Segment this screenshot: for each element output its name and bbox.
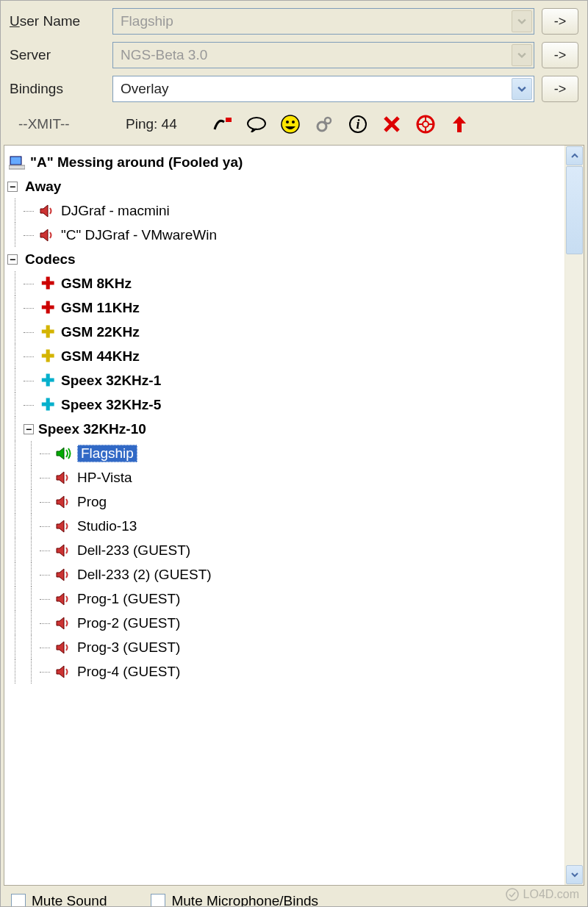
tree-scrollbar[interactable] [564,146,584,885]
plus-icon: ✚ [38,397,57,413]
user-node[interactable]: Prog-2 (GUEST) [7,611,562,635]
svg-point-3 [286,121,289,123]
user-label: HP-Vista [77,470,132,486]
emote-icon[interactable] [279,112,302,136]
channel-tree-panel: "A" Messing around (Fooled ya) − Away DJ… [4,145,584,886]
svg-rect-15 [10,157,21,165]
help-icon[interactable] [414,112,437,136]
user-label: Prog-4 (GUEST) [77,664,180,680]
info-icon[interactable]: i [346,112,370,136]
channel-label: GSM 22KHz [61,324,140,340]
collapse-icon[interactable]: − [24,424,34,434]
user-label: Dell-233 (GUEST) [77,542,190,559]
bindings-label: Bindings [10,81,105,97]
chevron-down-icon[interactable] [512,10,532,32]
user-label-selected: Flagship [77,445,137,462]
user-node[interactable]: Dell-233 (2) (GUEST) [7,562,562,587]
svg-point-17 [506,889,518,900]
channel-node[interactable]: ✚Speex 32KHz-5 [7,392,562,417]
svg-text:i: i [356,117,359,132]
plus-icon: ✚ [38,348,57,365]
speaker-icon [54,615,74,631]
chat-icon[interactable] [245,112,268,136]
collapse-icon[interactable]: − [7,254,18,265]
user-label: Studio-13 [77,518,137,534]
gear-icon[interactable] [312,112,336,136]
chevron-down-icon[interactable] [512,44,532,66]
channel-node[interactable]: ✚GSM 11KHz [7,295,562,320]
scroll-track[interactable] [565,166,584,864]
speaker-icon [54,639,74,656]
speaker-icon [38,227,57,243]
watermark: LO4D.com [506,888,579,901]
server-label: Server [10,47,105,63]
speaker-icon [54,518,74,534]
channel-tree[interactable]: "A" Messing around (Fooled ya) − Away DJ… [4,146,564,885]
channel-node-away[interactable]: − Away [7,174,562,198]
svg-point-6 [325,118,331,123]
server-root-node[interactable]: "A" Messing around (Fooled ya) [7,150,562,174]
user-node[interactable]: Prog-1 (GUEST) [7,587,562,611]
user-node[interactable]: Dell-233 (GUEST) [7,538,562,562]
user-label: Dell-233 (2) (GUEST) [77,567,212,583]
chevron-down-icon[interactable] [512,78,532,100]
bindings-combo[interactable]: Overlay [112,76,534,102]
server-value: NGS-Beta 3.0 [121,47,207,63]
user-node[interactable]: DJGraf - macmini [7,198,562,223]
channel-node[interactable]: ✚Speex 32KHz-1 [7,368,562,392]
up-arrow-icon[interactable] [448,112,471,136]
channel-node-active-codec[interactable]: − Speex 32KHz-10 [7,417,562,441]
user-node[interactable]: Prog-3 (GUEST) [7,635,562,659]
plus-icon: ✚ [38,276,57,292]
scroll-thumb[interactable] [566,166,583,254]
username-combo[interactable]: Flagship [112,8,534,35]
channel-node[interactable]: ✚GSM 22KHz [7,320,562,344]
speaker-icon [54,591,74,607]
channel-label: GSM 44KHz [61,348,140,365]
speaker-icon [54,470,74,486]
channel-node-codecs[interactable]: − Codecs [7,247,562,271]
user-label: Prog-1 (GUEST) [77,591,180,607]
speaker-icon [54,567,74,583]
close-icon[interactable] [380,112,404,136]
channel-label: Speex 32KHz-5 [61,397,161,413]
user-node[interactable]: Studio-13 [7,514,562,538]
server-combo[interactable]: NGS-Beta 3.0 [112,42,534,68]
user-node[interactable]: Prog [7,490,562,514]
username-go-button[interactable]: -> [542,8,578,35]
mute-mic-checkbox[interactable]: Mute Microphone/Binds [151,893,318,907]
bindings-go-button[interactable]: -> [542,76,578,102]
user-node[interactable]: HP-Vista [7,465,562,490]
svg-point-4 [292,121,295,123]
checkbox-icon[interactable] [11,894,26,907]
ping-value: Ping: 44 [126,116,177,132]
speaker-icon [54,542,74,559]
setup-icon[interactable] [211,112,234,136]
speaker-icon [38,203,57,219]
user-node-self[interactable]: Flagship [7,441,562,465]
channel-node[interactable]: ✚GSM 8KHz [7,271,562,295]
channel-label: GSM 11KHz [61,300,140,316]
channel-node[interactable]: ✚GSM 44KHz [7,344,562,368]
user-node[interactable]: Prog-4 (GUEST) [7,659,562,684]
scroll-up-button[interactable] [566,146,583,165]
mute-sound-checkbox[interactable]: Mute Sound [11,893,107,907]
user-label: "C" DJGraf - VMwareWin [61,227,217,243]
computer-icon [7,154,26,171]
speaker-icon [54,494,74,510]
scroll-down-button[interactable] [566,865,583,884]
username-value: Flagship [121,13,173,29]
svg-rect-16 [9,165,25,169]
server-go-button[interactable]: -> [542,42,578,68]
footer-panel: Mute Sound Mute Microphone/Binds [1,886,587,907]
user-node[interactable]: "C" DJGraf - VMwareWin [7,223,562,247]
speaker-active-icon [54,445,74,462]
collapse-icon[interactable]: − [7,182,18,192]
user-label: Prog-2 (GUEST) [77,615,180,631]
user-label: DJGraf - macmini [61,203,170,219]
plus-icon: ✚ [38,324,57,340]
header-panel: User Name Flagship -> Server NGS-Beta 3.… [1,1,587,145]
svg-point-1 [248,118,265,129]
toolbar: i [211,112,471,136]
checkbox-icon[interactable] [151,894,165,907]
